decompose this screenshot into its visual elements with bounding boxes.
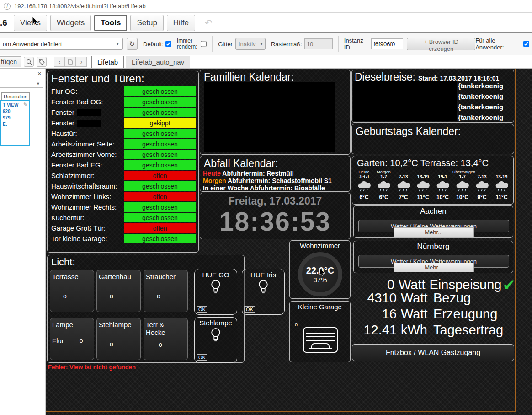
rain-cloud-icon: [376, 180, 392, 192]
page-icon[interactable]: [65, 57, 76, 67]
light-button-stehlampe[interactable]: Stehlampe o: [96, 318, 141, 360]
rastermass-label: Rastermaß:: [271, 41, 302, 48]
instanz-id-label: Instanz ID: [344, 37, 369, 51]
views-side-panel: × ▼ Resolution ✎ T VIEW 920 979 E.: [0, 69, 46, 415]
sidepanel-dropdown[interactable]: ▼: [0, 80, 43, 88]
default-checkbox[interactable]: [165, 41, 171, 47]
light-button-hue-iris[interactable]: HUE Iris OK: [242, 269, 285, 315]
aachen-more-button[interactable]: Mehr...: [394, 227, 474, 237]
info-icon[interactable]: i: [4, 3, 11, 10]
light-button-hue-stehlampe[interactable]: Stehlampe OK: [194, 317, 237, 363]
window-status: offen: [124, 223, 196, 233]
view-border-bottom: [46, 411, 516, 412]
prev-view-icon[interactable]: ‹: [54, 57, 65, 67]
rain-cloud-icon: [494, 180, 510, 192]
forecast-period: 1-7: [452, 174, 472, 180]
theme-dropdown[interactable]: om Anwender definiert ▼: [0, 38, 123, 50]
window-label: Schlafzimmer:: [51, 172, 124, 179]
rastermass-input[interactable]: [304, 38, 333, 49]
search-icon[interactable]: [24, 57, 34, 67]
instanz-id-input[interactable]: [371, 38, 403, 49]
light-button-terr-hecke[interactable]: Terr & Hecke o: [144, 318, 188, 360]
browser-id-button[interactable]: + Browser ID erzeugen: [407, 38, 475, 50]
forecast-column: Übermorgen 1-7 10°C: [452, 170, 472, 200]
state-indicator-icon: o: [159, 341, 186, 348]
tab-tools[interactable]: Tools: [94, 15, 127, 31]
view-preview-card[interactable]: ✎ T VIEW 920 979 E.: [0, 100, 30, 146]
light-button-label: Lampe: [52, 321, 92, 329]
energy-unit: Watt: [397, 307, 433, 322]
small-garage-panel[interactable]: Kleine Garage o: [289, 301, 351, 362]
light-button-straeucher[interactable]: Sträucher o: [144, 270, 188, 312]
main-menu-bar: .6 Views Widgets Tools Setup Hilfe ↶: [0, 13, 532, 33]
nuernberg-more-button[interactable]: Mehr...: [394, 263, 474, 272]
forecast-temp: 9°C: [472, 194, 492, 200]
light-button-gartenhaus[interactable]: Gartenhau o: [96, 270, 141, 312]
energy-row: 0 Watt Einspeisung ✔: [351, 275, 516, 291]
light-button-label: Stehlampe: [195, 318, 237, 327]
window-status-row: Schlafzimmer: offen: [48, 170, 198, 181]
diesel-entry: {tankerkoenig: [458, 92, 514, 100]
default-label: Default:: [143, 41, 164, 48]
energy-row: 4310 Watt Bezug: [351, 291, 516, 307]
waste-row: In einer Woche Abfuhrtermin: Bioabfälle: [200, 184, 350, 192]
waste-when: In einer Woche: [203, 184, 248, 192]
waste-text: Abfuhrtermin: Restmüll: [221, 170, 294, 177]
forecast-column: 7-13 7°C: [394, 170, 413, 200]
immer-rendern-checkbox[interactable]: [201, 41, 207, 47]
tab-hilfe[interactable]: Hilfe: [167, 15, 195, 31]
waste-text: Abfuhrtermin: Bioabfälle: [248, 184, 325, 192]
tag-icon[interactable]: [37, 57, 47, 67]
close-icon[interactable]: ×: [37, 70, 42, 77]
tab-views[interactable]: Views: [14, 15, 47, 31]
ok-badge: OK: [197, 306, 207, 313]
humidity-value: 37%: [313, 276, 327, 284]
pencil-icon[interactable]: ✎: [23, 102, 28, 108]
light-button-hue-go[interactable]: HUE GO OK: [194, 269, 237, 315]
forecast-grid: Heute Jetzt 6°C Morgen 1-7 6°C 7-13 7°C …: [352, 170, 513, 200]
window-label: Garage Groß Tür:: [51, 224, 124, 232]
view-tab-lifetab-auto-nav[interactable]: Lifetab_auto_nav: [126, 56, 190, 68]
city-title: Nürnberg: [354, 241, 513, 251]
forecast-column: 13-19 11°C: [492, 170, 511, 200]
view-tab-lifetab[interactable]: Lifetab: [91, 56, 124, 68]
light-button-label: HUE GO: [195, 269, 237, 279]
einfuegen-button[interactable]: fügen: [0, 56, 21, 67]
view-nav-group: ‹ ›: [54, 57, 87, 67]
window-status-row: Fenster Bad EG: geschlossen: [48, 160, 198, 170]
livingroom-climate-panel: Wohnzimmer 22.0°C 37%: [289, 240, 351, 299]
undo-arrow-icon[interactable]: ↶: [205, 17, 213, 28]
diesel-entry: {tankerkoenig: [458, 82, 514, 90]
window-status-row: Wohnzimmer Links: offen: [48, 191, 198, 202]
tab-setup[interactable]: Setup: [130, 15, 163, 31]
window-status: geschlossen: [124, 181, 196, 191]
light-button-label: HUE Iris: [242, 269, 284, 279]
fritzbox-guest-wifi-button[interactable]: Fritzbox / WLAN Gastzugang: [352, 344, 514, 361]
window-status: geschlossen: [124, 213, 196, 222]
gitter-dropdown[interactable]: Inaktiv ▼: [235, 38, 266, 50]
view-resolution-width: 920: [3, 109, 27, 114]
forecast-period: 7-13: [394, 174, 413, 180]
tab-widgets[interactable]: Widgets: [50, 15, 91, 31]
redacted-box: [77, 120, 101, 127]
alle-anwender-checkbox[interactable]: [523, 41, 529, 47]
url-text[interactable]: 192.168.178.18:8082/vis/edit.html?Lifeta…: [14, 3, 146, 10]
window-status: geschlossen: [124, 139, 196, 149]
refresh-icon[interactable]: ↻: [127, 38, 138, 50]
light-button-terrasse[interactable]: Terrasse o: [50, 270, 94, 312]
birthday-calendar-panel: Geburtstags Kalender:: [351, 124, 514, 154]
view-border-right: [515, 69, 516, 412]
window-status: geschlossen: [124, 86, 196, 96]
forecast-period: 1-7: [374, 174, 394, 180]
window-label: Flur OG:: [51, 87, 124, 95]
browser-address-bar[interactable]: i 192.168.178.18:8082/vis/edit.html?Life…: [0, 0, 532, 13]
light-button-lampe-flur[interactable]: Lampe Fluro: [50, 318, 94, 360]
nuernberg-weather-panel: Nürnberg Wetter / Keine Wetterwarnungen …: [353, 241, 513, 273]
waste-when: Morgen: [203, 177, 226, 184]
window-status: geschlossen: [124, 150, 196, 159]
redacted-prices-box: [353, 81, 457, 121]
next-view-icon[interactable]: ›: [76, 57, 87, 67]
window-status-row: Arbeitszimmer Seite: geschlossen: [48, 139, 198, 149]
light-button-label: Sträucher: [146, 273, 186, 280]
window-status-row: Wohnzimmer Rechts: geschlossen: [48, 202, 198, 212]
